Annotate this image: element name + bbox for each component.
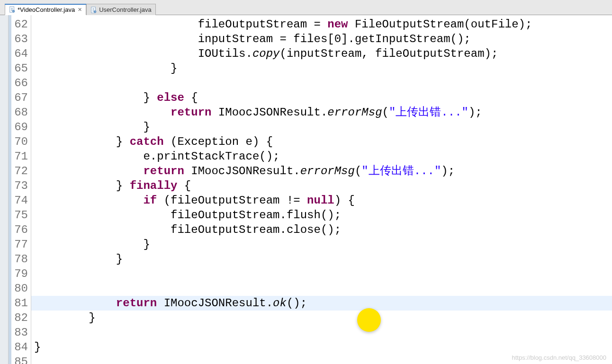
code-editor[interactable]: 6263646566676869707172737475767778798081… xyxy=(0,15,612,364)
line-number: 75 xyxy=(11,208,31,222)
code-text xyxy=(31,355,34,364)
line-number: 82 xyxy=(11,311,31,325)
code-text: } xyxy=(31,61,177,76)
line-number: 65 xyxy=(11,61,31,76)
code-line[interactable]: if (fileOutputStream != null) { xyxy=(31,193,612,208)
line-number: 80 xyxy=(11,281,31,296)
line-number: 72 xyxy=(11,164,31,178)
code-text: } xyxy=(31,237,150,252)
line-number: 64 xyxy=(11,46,31,61)
code-line[interactable]: fileOutputStream.flush(); xyxy=(31,208,612,222)
tab-user-controller[interactable]: J UserController.java xyxy=(86,4,156,15)
code-text: } xyxy=(31,340,41,355)
code-text-area[interactable]: fileOutputStream = new FileOutputStream(… xyxy=(31,15,612,364)
tab-video-controller[interactable]: J *VideoController.java ✕ xyxy=(5,4,86,15)
code-text: IOUtils.copy(inputStream, fileOutputStre… xyxy=(31,46,498,61)
line-number: 83 xyxy=(11,325,31,340)
code-line[interactable]: } xyxy=(31,340,612,355)
code-text: e.printStackTrace(); xyxy=(31,149,279,164)
code-line[interactable] xyxy=(31,281,612,296)
code-line[interactable]: fileOutputStream.close(); xyxy=(31,222,612,237)
code-line[interactable] xyxy=(31,325,612,340)
java-file-icon: J xyxy=(9,6,16,13)
svg-text:J: J xyxy=(13,10,14,12)
code-text xyxy=(31,281,34,296)
line-number: 78 xyxy=(11,252,31,266)
code-line[interactable]: return IMoocJSONResult.errorMsg("上传出错...… xyxy=(31,164,612,178)
code-text: inputStream = files[0].getInputStream(); xyxy=(31,32,471,46)
code-text: } catch (Exception e) { xyxy=(31,134,273,149)
code-text: return IMoocJSONResult.errorMsg("上传出错...… xyxy=(31,164,455,178)
line-number: 71 xyxy=(11,149,31,164)
code-line[interactable]: } xyxy=(31,311,612,325)
code-text xyxy=(31,266,34,281)
line-number: 74 xyxy=(11,193,31,208)
code-line[interactable]: } else { xyxy=(31,90,612,105)
line-number: 85 xyxy=(11,355,31,364)
code-text: fileOutputStream.close(); xyxy=(31,222,341,237)
line-number-gutter: 6263646566676869707172737475767778798081… xyxy=(11,15,31,364)
code-line[interactable]: fileOutputStream = new FileOutputStream(… xyxy=(31,17,612,32)
line-number: 81 xyxy=(11,296,31,311)
code-line[interactable]: IOUtils.copy(inputStream, fileOutputStre… xyxy=(31,46,612,61)
code-text: return IMoocJSONResult.errorMsg("上传出错...… xyxy=(31,105,482,120)
code-line[interactable]: return IMoocJSONResult.errorMsg("上传出错...… xyxy=(31,105,612,120)
code-line[interactable]: } xyxy=(31,237,612,252)
line-number: 84 xyxy=(11,340,31,355)
code-line[interactable]: } xyxy=(31,120,612,134)
tab-label: UserController.java xyxy=(99,6,152,13)
code-line[interactable]: } catch (Exception e) { xyxy=(31,134,612,149)
code-line[interactable]: } finally { xyxy=(31,178,612,193)
line-number: 69 xyxy=(11,120,31,134)
cursor-highlight-dot xyxy=(357,308,381,332)
line-number: 79 xyxy=(11,266,31,281)
close-icon[interactable]: ✕ xyxy=(78,7,82,13)
watermark-text: https://blog.csdn.net/qq_33608000 xyxy=(512,354,607,361)
code-text: } finally { xyxy=(31,178,191,193)
line-number: 62 xyxy=(11,17,31,32)
overview-ruler xyxy=(0,15,9,364)
code-text: fileOutputStream = new FileOutputStream(… xyxy=(31,17,532,32)
line-number: 63 xyxy=(11,32,31,46)
java-file-icon: J xyxy=(90,7,97,13)
line-number: 70 xyxy=(11,134,31,149)
code-line[interactable] xyxy=(31,76,612,90)
line-number: 68 xyxy=(11,105,31,120)
code-text: } xyxy=(31,311,96,325)
line-number: 67 xyxy=(11,90,31,105)
code-text xyxy=(31,76,34,90)
code-line[interactable] xyxy=(31,266,612,281)
code-line[interactable]: } xyxy=(31,252,612,266)
line-number: 77 xyxy=(11,237,31,252)
line-number: 73 xyxy=(11,178,31,193)
editor-tab-bar: J *VideoController.java ✕ J UserControll… xyxy=(0,0,612,15)
code-line[interactable]: return IMoocJSONResult.ok(); xyxy=(31,296,612,311)
code-line[interactable]: inputStream = files[0].getInputStream(); xyxy=(31,32,612,46)
code-text: } xyxy=(31,252,123,266)
code-line[interactable]: e.printStackTrace(); xyxy=(31,149,612,164)
code-text: fileOutputStream.flush(); xyxy=(31,208,341,222)
svg-text:J: J xyxy=(95,11,96,13)
code-text: } xyxy=(31,120,150,134)
code-text: if (fileOutputStream != null) { xyxy=(31,193,355,208)
line-number: 76 xyxy=(11,222,31,237)
tab-label: *VideoController.java xyxy=(18,6,75,13)
code-text: return IMoocJSONResult.ok(); xyxy=(31,296,307,311)
code-line[interactable]: } xyxy=(31,61,612,76)
code-text: } else { xyxy=(31,90,198,105)
code-text xyxy=(31,325,34,340)
line-number: 66 xyxy=(11,76,31,90)
